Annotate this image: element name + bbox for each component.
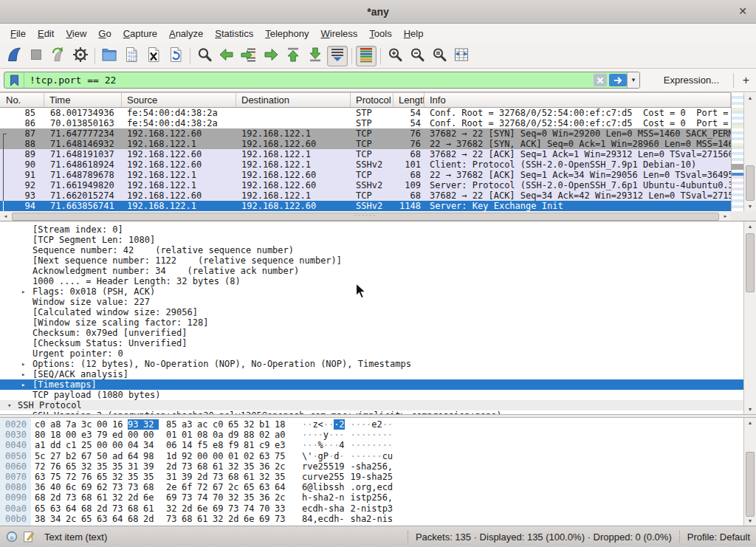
menu-edit[interactable]: Edit xyxy=(32,24,60,44)
collapsed-icon[interactable]: ▸ xyxy=(21,369,25,379)
menu-wireless[interactable]: Wireless xyxy=(315,24,364,44)
menu-analyze[interactable]: Analyze xyxy=(163,24,209,44)
expanded-icon[interactable]: ▾ xyxy=(7,400,11,410)
zoom-original-button[interactable] xyxy=(429,46,450,66)
close-icon[interactable]: ✕ xyxy=(738,0,747,23)
add-filter-button[interactable]: + xyxy=(733,73,749,88)
status-profile[interactable]: Profile: Default xyxy=(687,531,750,543)
packet-row[interactable]: 9371.662015274192.168.122.60192.168.122.… xyxy=(0,190,731,201)
go-to-packet-button[interactable] xyxy=(261,46,281,66)
filter-dropdown-caret-icon[interactable]: ▾ xyxy=(627,72,639,88)
auto-scroll-button[interactable] xyxy=(327,46,348,66)
collapsed-icon[interactable]: ▸ xyxy=(21,379,25,390)
clear-filter-icon[interactable] xyxy=(594,74,607,86)
column-header-source[interactable]: Source xyxy=(122,93,236,107)
menu-view[interactable]: View xyxy=(60,24,92,44)
detail-line[interactable]: Acknowledgment number: 34 (relative ack … xyxy=(0,266,743,276)
column-header-length[interactable]: Length xyxy=(394,93,425,107)
open-capture-button[interactable] xyxy=(99,46,120,66)
display-filter-input[interactable]: !tcp.port == 22 ▾ xyxy=(4,72,640,89)
apply-filter-icon[interactable] xyxy=(609,74,627,86)
column-header-time[interactable]: Time xyxy=(44,93,122,107)
packet-row[interactable]: 8771.647777234192.168.122.60192.168.122.… xyxy=(0,128,731,139)
column-header-protocol[interactable]: Protocol xyxy=(351,93,394,107)
column-header-info[interactable]: Info xyxy=(425,93,731,107)
start-capture-button[interactable] xyxy=(4,46,24,66)
first-packet-button[interactable] xyxy=(283,46,303,66)
hex-row[interactable]: 006072766532353531392d7368613235362crve2… xyxy=(0,461,743,472)
hex-row[interactable]: 008036406c69627373682e6f72672c6563646@li… xyxy=(0,482,743,492)
close-capture-button[interactable] xyxy=(143,46,164,66)
detail-line[interactable]: TCP payload (1080 bytes) xyxy=(0,390,743,400)
find-packet-button[interactable] xyxy=(194,46,215,66)
bookmark-icon[interactable] xyxy=(4,72,24,88)
detail-line[interactable]: [Stream index: 0] xyxy=(0,224,743,235)
hex-row[interactable]: 0070637572766532353531392d7368613235curv… xyxy=(0,472,743,482)
collapsed-icon[interactable]: ▸ xyxy=(21,286,25,297)
expert-info-icon[interactable] xyxy=(6,531,18,543)
scroll-up-icon[interactable]: ▲ xyxy=(744,418,756,427)
detail-line[interactable]: ▸[Timestamps] xyxy=(0,379,743,390)
detail-line[interactable]: [Window size scaling factor: 128] xyxy=(0,317,743,328)
detail-line[interactable]: ▾SSH Protocol xyxy=(0,400,743,410)
menu-tools[interactable]: Tools xyxy=(363,24,397,44)
packet-list-scrollbar[interactable]: ▲ ▼ xyxy=(743,93,756,211)
detail-line[interactable]: 1000 .... = Header Length: 32 bytes (8) xyxy=(0,276,743,286)
scrollbar-thumb[interactable] xyxy=(746,452,755,517)
details-scrollbar[interactable]: ▲ ▼ xyxy=(743,221,756,414)
save-capture-button[interactable]: 010101100113 xyxy=(121,46,142,66)
scroll-down-icon[interactable]: ▼ xyxy=(744,202,756,211)
scroll-down-icon[interactable]: ▼ xyxy=(744,405,756,414)
detail-line[interactable]: [TCP Segment Len: 1080] xyxy=(0,235,743,245)
previous-packet-button[interactable] xyxy=(216,46,237,66)
menu-telephony[interactable]: Telephony xyxy=(259,24,315,44)
packet-row[interactable]: 9271.661949820192.168.122.1192.168.122.6… xyxy=(0,180,731,190)
scroll-right-icon[interactable]: ▸ xyxy=(721,211,730,221)
packet-row[interactable]: 9171.648789678192.168.122.1192.168.122.6… xyxy=(0,170,731,180)
hex-row[interactable]: 00505c27b26750ad64981d92000001026375\'·g… xyxy=(0,451,743,461)
detail-line[interactable]: ▸Flags: 0x018 (PSH, ACK) xyxy=(0,286,743,297)
scroll-up-icon[interactable]: ▲ xyxy=(744,221,756,231)
zoom-out-button[interactable] xyxy=(407,46,427,66)
capture-comment-icon[interactable] xyxy=(24,531,34,543)
detail-line[interactable]: Checksum: 0x79ed [unverified] xyxy=(0,328,743,338)
reload-capture-button[interactable] xyxy=(165,46,186,66)
scrollbar-thumb[interactable] xyxy=(746,165,755,201)
hex-row[interactable]: 0030801800e379ed00000101080ad98802a0····… xyxy=(0,430,743,440)
hex-row[interactable]: 00b038342c656364682d736861322d6e697384,e… xyxy=(0,514,743,524)
restart-capture-button[interactable] xyxy=(48,46,69,66)
detail-line[interactable]: [Next sequence number: 1122 (relative se… xyxy=(0,255,743,266)
detail-line[interactable]: Sequence number: 42 (relative sequence n… xyxy=(0,245,743,255)
column-header-no[interactable]: No. xyxy=(0,93,44,107)
packet-list-hscrollbar[interactable]: ◂ ▸ ······ xyxy=(0,211,731,221)
scroll-left-icon[interactable]: ◂ xyxy=(1,211,10,221)
bytes-scrollbar[interactable]: ▲ ▼ xyxy=(743,418,756,526)
hex-row[interactable]: 0020c0a87a3c0016933285a3acc06532b118··z<… xyxy=(0,419,743,430)
detail-line[interactable]: Window size value: 227 xyxy=(0,297,743,307)
detail-line[interactable]: [Checksum Status: Unverified] xyxy=(0,338,743,348)
hex-row[interactable]: 0040a1ddc125000004340614f5e8f981c9e3···%… xyxy=(0,440,743,450)
detail-line[interactable]: Urgent pointer: 0 xyxy=(0,348,743,359)
packet-row[interactable]: 8871.648146932192.168.122.1192.168.122.6… xyxy=(0,139,731,149)
packet-row[interactable]: 8670.013850163fe:54:00:d4:38:2aSTP54Conf… xyxy=(0,118,731,128)
packet-minimap[interactable] xyxy=(731,93,743,211)
resize-columns-button[interactable] xyxy=(451,46,472,66)
detail-line[interactable]: ▸Options: (12 bytes), No-Operation (NOP)… xyxy=(0,359,743,369)
zoom-in-button[interactable] xyxy=(385,46,405,66)
packet-row[interactable]: 9471.663856741192.168.122.1192.168.122.6… xyxy=(0,201,731,211)
menu-file[interactable]: File xyxy=(4,24,32,44)
colorize-button[interactable] xyxy=(356,46,377,66)
packet-row[interactable]: 9071.648618924192.168.122.60192.168.122.… xyxy=(0,159,731,170)
menu-capture[interactable]: Capture xyxy=(117,24,163,44)
column-header-destination[interactable]: Destination xyxy=(236,93,351,107)
scroll-down-icon[interactable]: ▼ xyxy=(744,516,756,526)
collapsed-icon[interactable]: ▸ xyxy=(21,359,25,369)
hex-row[interactable]: 0090682d736861322d6e697374703235362ch-sh… xyxy=(0,492,743,503)
menu-go[interactable]: Go xyxy=(92,24,117,44)
pane-splitter-handle[interactable]: ······ xyxy=(354,213,377,217)
expression-button[interactable]: Expression... xyxy=(664,69,719,92)
filter-text[interactable]: !tcp.port == 22 xyxy=(24,75,594,86)
packet-row[interactable]: 8971.648191037192.168.122.60192.168.122.… xyxy=(0,149,731,159)
detail-line[interactable]: [Calculated window size: 29056] xyxy=(0,307,743,317)
capture-options-button[interactable] xyxy=(70,46,91,66)
